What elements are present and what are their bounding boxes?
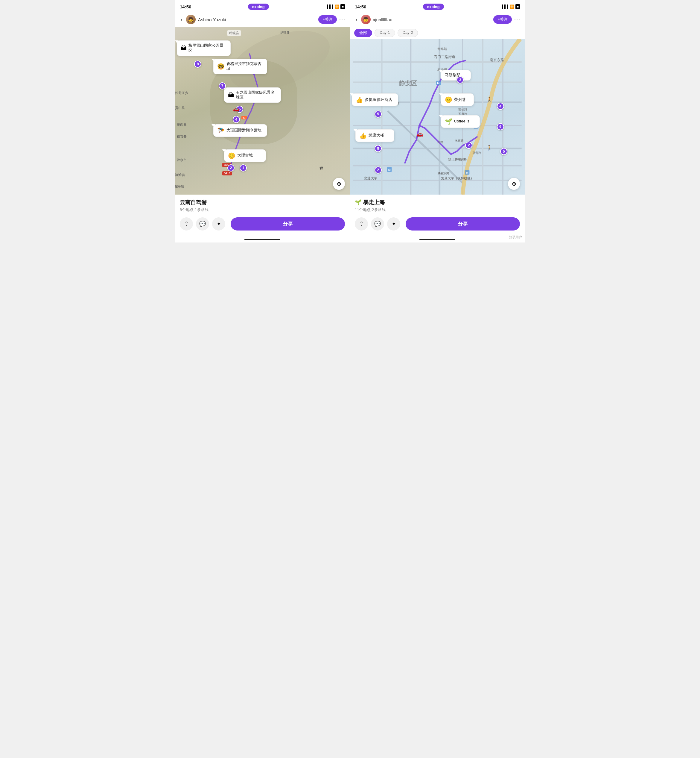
map-label-qianjiabinhe: 肇嘉浜路 (455, 157, 467, 161)
left-back-button[interactable]: ‹ (179, 15, 184, 24)
left-follow-button[interactable]: +关注 (318, 15, 337, 23)
card-text-meili: 梅里雪山国家公园景区 (189, 43, 227, 53)
map-label-xiang: 祥 (319, 166, 323, 171)
right-avatar: 👦 (361, 15, 370, 24)
card-emoji-chaipan: 😑 (445, 96, 452, 103)
left-share-button[interactable]: 分享 (231, 217, 345, 230)
card-pointer-shangri-la (211, 59, 215, 61)
card-emoji-duozhuayu: 👍 (356, 96, 363, 103)
left-exping-badge: exping (248, 3, 269, 10)
card-emoji-dali: 😊 (228, 152, 236, 159)
right-star-button[interactable]: ✦ (387, 217, 400, 230)
left-bottom-actions: ⇧ 💬 ✦ 分享 (175, 215, 350, 236)
map-label-yunnan-gongshan: 贡山县 (175, 106, 185, 110)
right-phone-panel: 14:56 exping ▐▐▐ 🛜 ■ ‹ 👦 xjunlllllIau +关… (350, 0, 525, 243)
card-emoji-shangri-la: 🤓 (217, 63, 225, 70)
left-star-button[interactable]: ✦ (212, 217, 225, 230)
road-marker-g215-2: G215 (222, 171, 232, 175)
svg-text:M: M (388, 168, 391, 171)
right-trip-emoji: 🌱 (355, 199, 361, 206)
left-upvote-button[interactable]: ⇧ (180, 217, 193, 230)
map-label-yongjia: 永嘉路 (455, 139, 464, 143)
right-wifi-icon: 🛜 (509, 5, 514, 9)
right-bottom-info: 🌱 暴走上海 11个地点·2条路线 (350, 194, 525, 215)
card-text-wukang: 武康大楼 (369, 133, 384, 138)
left-status-icons: ▐▐▐ 🛜 ■ (325, 4, 345, 9)
map-label-yunnan-houqiao: 猴桥镇 (175, 185, 184, 189)
right-status-bar: 14:56 exping ▐▐▐ 🛜 ■ (350, 0, 525, 12)
card-text-yulong: 玉龙雪山国家级风景名胜区 (236, 90, 277, 100)
map-label-nanjingdong: 南京东路 (490, 58, 504, 63)
battery-icon: ■ (341, 4, 345, 9)
map-label-shimen: 石门二路街道 (434, 55, 455, 60)
badge-53: 53 (241, 116, 247, 119)
left-status-bar: 14:56 exping ▐▐▐ 🛜 ■ (175, 0, 350, 12)
left-avatar-image: 👧 (186, 15, 195, 24)
map-label-jiaotong: 交通大学 (364, 176, 377, 180)
card-pointer-chaipan (439, 93, 443, 96)
car-icon-shanghai: 🚗 (416, 131, 423, 138)
tab-day2[interactable]: Day-2 (398, 29, 418, 37)
right-location-button[interactable]: ⊕ (508, 178, 520, 190)
map-label-yunnan-xiangcheng: 乡城县 (280, 30, 289, 35)
map-num-5-right-1: 5 (375, 110, 382, 117)
right-trip-meta: 11个地点·2条路线 (355, 207, 520, 213)
map-label-gao: 高路 (438, 140, 443, 144)
right-upvote-button[interactable]: ⇧ (355, 217, 368, 230)
walk-icon-1: 🚶 (486, 96, 492, 102)
right-signal-icon: ▐▐▐ (500, 5, 508, 9)
tab-all[interactable]: 全部 (354, 29, 372, 37)
card-text-shangri-la: 香格里拉市独克宗古城 (227, 61, 263, 72)
right-back-button[interactable]: ‹ (354, 15, 359, 24)
right-more-button[interactable]: ··· (514, 16, 520, 23)
card-text-dali: 大理古城 (237, 153, 253, 158)
card-emoji-wukang: 👍 (359, 132, 367, 139)
map-num-8-right: 8 (375, 145, 382, 152)
tab-day1[interactable]: Day-1 (375, 29, 395, 37)
svg-text:M: M (466, 171, 469, 174)
card-emoji-coffee: 🌱 (445, 118, 452, 125)
left-location-button[interactable]: ⊕ (333, 178, 345, 190)
right-status-icons: ▐▐▐ 🛜 ■ (500, 4, 520, 9)
right-status-time: 14:56 (355, 4, 366, 9)
right-share-button[interactable]: 分享 (406, 217, 520, 230)
wifi-icon: 🛜 (334, 5, 339, 9)
right-header: ‹ 👦 xjunlllllIau +关注 ··· (350, 12, 525, 27)
left-comment-button[interactable]: 💬 (196, 217, 209, 230)
card-text-chaipan: 柴爿巷 (454, 97, 466, 102)
card-pointer-meili (175, 41, 178, 43)
right-comment-button[interactable]: 💬 (371, 217, 384, 230)
card-pointer-dali (222, 149, 226, 152)
left-username: Ashino Yuzuki (198, 17, 316, 22)
left-more-button[interactable]: ··· (339, 16, 345, 23)
left-bottom-info: 云南自驾游 8个地点·1条路线 (175, 194, 350, 215)
right-home-indicator (350, 236, 525, 243)
right-map-area: M M M M 石门二路街道 静安区 静安寺街道 斜土路街道 南京东路 寿阜路 … (350, 39, 525, 194)
card-emoji-paragliding: 🪂 (217, 127, 225, 134)
map-label-yunnan-decheng: 稻城县 (227, 30, 241, 36)
map-num-2-right-2: 2 (375, 166, 382, 174)
left-header: ‹ 👧 Ashino Yuzuki +关注 ··· (175, 12, 350, 27)
card-text-paragliding: 大理国际滑翔伞营地 (227, 128, 261, 133)
right-avatar-image: 👦 (361, 15, 370, 24)
right-day-tabs: 全部 Day-1 Day-2 (350, 27, 525, 39)
right-follow-button[interactable]: +关注 (493, 15, 512, 23)
map-label-anfu: 安福路 (458, 108, 467, 112)
map-label-yunnan-diantan: 滇滩镇 (175, 173, 185, 177)
left-trip-meta: 8个地点·1条路线 (180, 207, 345, 213)
card-pointer-duozhuayu (350, 93, 353, 96)
map-num-6-right: 6 (497, 123, 504, 130)
map-label-qianjiabinhe2: 肇嘉浜路 (438, 171, 449, 175)
map-label-yunnan-weixi: 维西县 (177, 122, 187, 127)
svg-text:M: M (437, 81, 439, 85)
card-text-coffee: Coffee is (454, 119, 469, 124)
left-home-indicator (175, 236, 350, 243)
right-battery-icon: ■ (516, 4, 520, 9)
map-label-yunnan-liushuizhen: 泸水市 (177, 158, 187, 162)
card-pointer-wukang (353, 129, 357, 132)
map-num-4-right: 4 (497, 103, 504, 110)
card-pointer-paragliding (211, 124, 215, 127)
map-num-4-left: 4 (233, 116, 240, 123)
left-home-bar (244, 239, 280, 240)
map-num-7-left: 7 (219, 82, 226, 89)
